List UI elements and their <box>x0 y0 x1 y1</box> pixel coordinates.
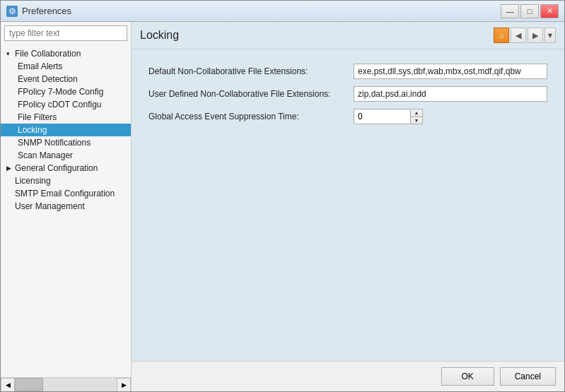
sidebar-item-label: SNMP Notifications <box>18 138 91 148</box>
sidebar-item-locking[interactable]: Locking <box>1 124 131 136</box>
sidebar-item-label: Email Alerts <box>18 61 62 71</box>
form-row-user-extensions: User Defined Non-Collaborative File Exte… <box>148 86 547 102</box>
expand-spacer <box>6 203 13 210</box>
sidebar-item-label: Locking <box>18 125 47 135</box>
sidebar-item-fpolicy-cdot[interactable]: FPolicy cDOT Configu <box>1 98 131 111</box>
sidebar-item-licensing[interactable]: Licensing <box>1 174 131 187</box>
header-nav: ⌂ ◀ ▶ ▼ <box>494 28 556 43</box>
sidebar-item-user-management[interactable]: User Management <box>1 200 131 213</box>
content-header: Locking ⌂ ◀ ▶ ▼ <box>132 22 564 49</box>
scroll-thumb <box>15 378 43 391</box>
expand-spacer <box>6 190 13 197</box>
sidebar-item-snmp-notifications[interactable]: SNMP Notifications <box>1 136 131 149</box>
sidebar-item-label: Licensing <box>15 176 51 186</box>
sidebar-item-label: User Management <box>15 201 85 211</box>
content-area: Locking ⌂ ◀ ▶ ▼ Default Non-Collaborativ… <box>132 22 564 391</box>
sidebar-item-smtp-email[interactable]: SMTP Email Configuration <box>1 187 131 200</box>
sidebar-item-label: File Filters <box>18 112 57 122</box>
form-row-default-extensions: Default Non-Collaborative File Extension… <box>148 64 547 79</box>
title-bar: ⚙ Preferences — □ ✕ <box>1 1 564 22</box>
window-title: Preferences <box>22 6 71 16</box>
preferences-window: ⚙ Preferences — □ ✕ ▾ File Collaboration… <box>0 0 565 392</box>
scroll-right-btn[interactable]: ▶ <box>117 378 131 392</box>
suppression-time-label: Global Access Event Suppression Time: <box>148 112 354 121</box>
sidebar: ▾ File Collaboration Email Alerts Event … <box>1 22 132 391</box>
cancel-button[interactable]: Cancel <box>500 367 556 386</box>
sidebar-item-file-collaboration[interactable]: ▾ File Collaboration <box>1 47 131 60</box>
sidebar-scrollbar: ◀ ▶ <box>1 377 131 391</box>
maximize-button[interactable]: □ <box>520 4 539 18</box>
sidebar-item-label: General Configuration <box>15 163 98 173</box>
sidebar-item-label: SMTP Email Configuration <box>15 189 115 198</box>
scroll-track <box>15 378 117 391</box>
sidebar-item-label: FPolicy cDOT Configu <box>18 100 101 109</box>
nav-back-button[interactable]: ◀ <box>511 28 526 43</box>
sidebar-item-label: File Collaboration <box>15 49 81 59</box>
expand-spacer <box>6 177 13 184</box>
sidebar-item-email-alerts[interactable]: Email Alerts <box>1 60 131 73</box>
sidebar-item-label: FPolicy 7-Mode Config <box>18 87 103 97</box>
expand-icon: ▶ <box>6 165 13 172</box>
scroll-left-btn[interactable]: ◀ <box>1 378 15 392</box>
nav-forward-button[interactable]: ▶ <box>528 28 543 43</box>
nav-dropdown-button[interactable]: ▼ <box>544 28 556 43</box>
close-button[interactable]: ✕ <box>540 4 559 18</box>
tree-container: ▾ File Collaboration Email Alerts Event … <box>1 44 131 377</box>
nav-home-button[interactable]: ⌂ <box>494 28 509 43</box>
ok-button[interactable]: OK <box>441 367 494 386</box>
sidebar-item-event-detection[interactable]: Event Detection <box>1 73 131 85</box>
filter-input[interactable] <box>4 25 127 41</box>
title-controls: — □ ✕ <box>501 4 559 18</box>
form-area: Default Non-Collaborative File Extension… <box>132 49 564 361</box>
form-row-suppression-time: Global Access Event Suppression Time: ▲ … <box>148 109 547 124</box>
spinner-up-button[interactable]: ▲ <box>411 109 422 117</box>
title-bar-left: ⚙ Preferences <box>6 6 71 17</box>
suppression-time-input[interactable] <box>354 109 410 124</box>
spinner-down-button[interactable]: ▼ <box>411 117 422 124</box>
default-extensions-label: Default Non-Collaborative File Extension… <box>148 66 354 76</box>
default-extensions-input[interactable] <box>354 64 547 79</box>
expand-icon: ▾ <box>6 50 13 57</box>
suppression-time-spinner: ▲ ▼ <box>354 109 423 124</box>
sidebar-item-file-filters[interactable]: File Filters <box>1 111 131 124</box>
spinner-buttons: ▲ ▼ <box>410 109 423 124</box>
user-extensions-label: User Defined Non-Collaborative File Exte… <box>148 89 354 99</box>
sidebar-item-scan-manager[interactable]: Scan Manager <box>1 149 131 162</box>
sidebar-item-general-configuration[interactable]: ▶ General Configuration <box>1 162 131 174</box>
sidebar-item-label: Scan Manager <box>18 150 73 160</box>
window-icon: ⚙ <box>6 6 18 17</box>
page-title: Locking <box>140 29 179 42</box>
minimize-button[interactable]: — <box>501 4 519 18</box>
sidebar-item-label: Event Detection <box>18 74 78 84</box>
main-content: ▾ File Collaboration Email Alerts Event … <box>1 22 564 391</box>
user-extensions-input[interactable] <box>354 86 547 102</box>
button-bar: OK Cancel <box>132 361 564 391</box>
sidebar-item-fpolicy-7mode[interactable]: FPolicy 7-Mode Config <box>1 85 131 98</box>
